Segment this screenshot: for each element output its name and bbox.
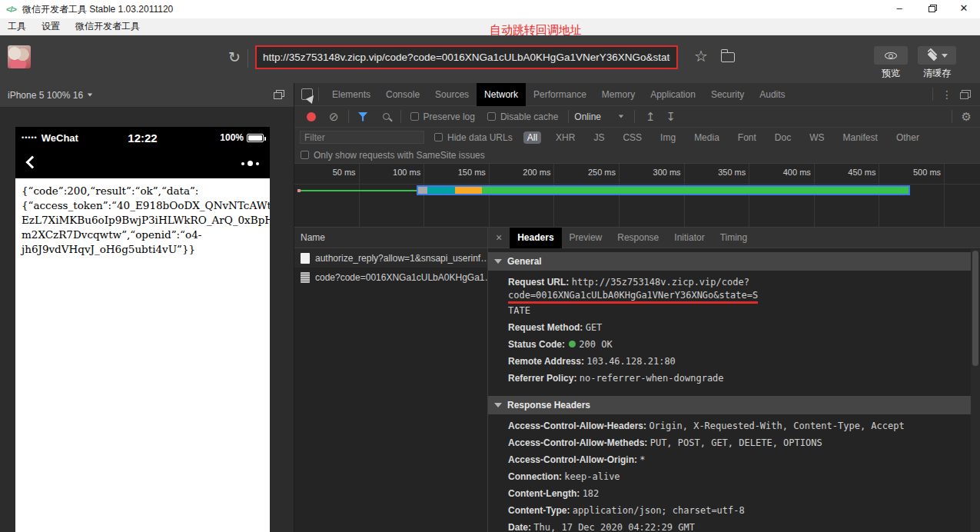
header-row: Access-Control-Allow-Headers: Origin, X-…: [488, 418, 971, 435]
menu-item[interactable]: 设置: [34, 20, 68, 33]
network-type-filter-manifest[interactable]: Manifest: [839, 131, 882, 144]
maximize-icon: [929, 6, 935, 12]
throttling-select[interactable]: Online: [574, 111, 624, 122]
header-value: http://35z753148v.zicp.vip/code?: [572, 277, 749, 288]
undock-simulator-button[interactable]: [274, 90, 284, 99]
timeline-gridline: 150 ms: [424, 164, 490, 227]
request-row[interactable]: code?code=0016XNGa1cULbA0KHgGa1…: [294, 268, 487, 287]
preview-button[interactable]: [874, 46, 908, 65]
network-type-filter-xhr[interactable]: XHR: [552, 131, 579, 144]
header-value: PUT, POST, GET, DELETE, OPTIONS: [650, 437, 822, 448]
refresh-icon[interactable]: ↻: [228, 48, 241, 66]
network-type-filter-css[interactable]: CSS: [619, 131, 646, 144]
minimize-button[interactable]: –: [883, 0, 915, 18]
record-button[interactable]: [307, 112, 316, 121]
favorite-star-icon[interactable]: ☆: [694, 47, 708, 65]
detail-tab-preview[interactable]: Preview: [562, 228, 610, 248]
scrollbar-thumb[interactable]: [972, 251, 978, 366]
close-button[interactable]: ✕: [948, 0, 980, 18]
search-icon[interactable]: [383, 113, 390, 120]
timeline-gridline: 50 ms: [294, 164, 360, 227]
details-scrollbar[interactable]: [971, 249, 980, 532]
general-section-header[interactable]: General: [488, 252, 971, 271]
maximize-button[interactable]: [915, 0, 948, 18]
detail-tab-initiator[interactable]: Initiator: [666, 228, 712, 248]
clear-network-log-button[interactable]: ⊘: [329, 111, 339, 122]
request-details-panel: × HeadersPreviewResponseInitiatorTiming …: [488, 228, 980, 532]
dock-side-button[interactable]: [960, 90, 971, 99]
import-har-icon[interactable]: ↥: [646, 110, 656, 124]
network-type-filter-img[interactable]: Img: [656, 131, 679, 144]
address-bar-input[interactable]: [255, 45, 678, 69]
detail-tab-headers[interactable]: Headers: [510, 228, 561, 248]
header-row: Access-Control-Allow-Origin: *: [488, 452, 971, 469]
header-value: Thu, 17 Dec 2020 04:22:29 GMT: [533, 522, 695, 532]
network-type-filter-other[interactable]: Other: [892, 131, 923, 144]
folder-icon[interactable]: [721, 52, 735, 62]
devtools-tab-memory[interactable]: Memory: [594, 83, 643, 106]
devtools-tab-elements[interactable]: Elements: [324, 83, 378, 106]
disable-cache-checkbox[interactable]: [487, 112, 496, 121]
timeline-tick-label: 50 ms: [333, 168, 356, 177]
devtools-tab-network[interactable]: Network: [477, 83, 526, 106]
header-row: Content-Length: 182: [488, 486, 971, 503]
close-details-icon[interactable]: ×: [488, 231, 510, 244]
hide-data-urls-checkbox[interactable]: [434, 133, 443, 141]
network-type-filter-doc[interactable]: Doc: [771, 131, 795, 144]
user-avatar[interactable]: [8, 45, 31, 68]
json-line: {“access_token”:“40_E918bOoDX_QNvNTcAWt4…: [22, 198, 267, 213]
filter-funnel-icon[interactable]: [358, 112, 368, 121]
details-tabbar: × HeadersPreviewResponseInitiatorTiming: [488, 228, 980, 248]
network-filterbar: Hide data URLs AllXHRJSCSSImgMediaFontDo…: [294, 128, 980, 147]
network-type-filter-js[interactable]: JS: [590, 131, 608, 144]
export-har-icon[interactable]: ↧: [666, 110, 676, 124]
timeline-gridline: 500 ms: [879, 164, 945, 227]
requests-name-header[interactable]: Name: [294, 228, 487, 248]
eye-icon: [885, 52, 897, 59]
network-filter-input[interactable]: [300, 131, 424, 144]
more-menu-button[interactable]: [241, 161, 259, 166]
back-chevron-icon[interactable]: [26, 156, 39, 169]
waterfall-segment: [418, 187, 427, 194]
timeline-gridline: 100 ms: [360, 164, 425, 227]
divider: [932, 88, 933, 101]
menu-item[interactable]: 工具: [0, 20, 34, 33]
network-type-filter-ws[interactable]: WS: [806, 131, 828, 144]
inspect-element-button[interactable]: [301, 88, 313, 100]
samesite-checkbox[interactable]: [301, 151, 309, 159]
menu-item[interactable]: 微信开发者工具: [68, 20, 148, 33]
devtools-tab-console[interactable]: Console: [378, 83, 427, 106]
network-settings-gear-icon[interactable]: ⚙: [962, 110, 972, 124]
network-type-filter-media[interactable]: Media: [690, 131, 723, 144]
device-selector[interactable]: iPhone 5 100% 16: [8, 90, 83, 101]
devtools-tab-application[interactable]: Application: [643, 83, 703, 106]
request-row[interactable]: authorize_reply?allow=1&snsapi_userinf…: [294, 248, 487, 268]
detail-tab-response[interactable]: Response: [610, 228, 666, 248]
header-row: Request Method: GET: [488, 320, 971, 337]
network-type-filter-all[interactable]: All: [523, 131, 541, 144]
timeline-tick-label: 250 ms: [588, 168, 616, 177]
header-name: Content-Type:: [508, 505, 573, 516]
divider: [634, 110, 635, 123]
header-row: Date: Thu, 17 Dec 2020 04:22:29 GMT: [488, 520, 971, 532]
detail-tab-timing[interactable]: Timing: [713, 228, 756, 248]
network-type-filter-font[interactable]: Font: [734, 131, 760, 144]
devtools-tab-security[interactable]: Security: [703, 83, 752, 106]
header-row: Content-Type: application/json; charset=…: [488, 503, 971, 520]
preserve-log-label: Preserve log: [424, 111, 475, 122]
header-value: Origin, X-Requested-With, Content-Type, …: [649, 421, 904, 431]
network-actionbar: ⊘ Preserve log Disable cache Online ↥ ↧: [294, 106, 980, 128]
header-value: no-referrer-when-downgrade: [580, 373, 724, 384]
timeline-tick-label: 300 ms: [653, 168, 681, 177]
devtools-tab-sources[interactable]: Sources: [427, 83, 477, 106]
more-options-icon[interactable]: ⋮: [938, 88, 955, 101]
devtools-tab-audits[interactable]: Audits: [752, 83, 792, 106]
timeline-overview[interactable]: 50 ms100 ms150 ms200 ms250 ms300 ms350 m…: [294, 164, 980, 228]
clear-cache-button[interactable]: [918, 46, 956, 65]
response-headers-section-header[interactable]: Response Headers: [488, 396, 971, 414]
devtools-tab-performance[interactable]: Performance: [526, 83, 594, 106]
header-name: Connection:: [508, 471, 564, 482]
preserve-log-checkbox[interactable]: [410, 112, 419, 121]
header-name: Status Code:: [508, 339, 567, 350]
waterfall-request-bar[interactable]: [417, 185, 910, 195]
